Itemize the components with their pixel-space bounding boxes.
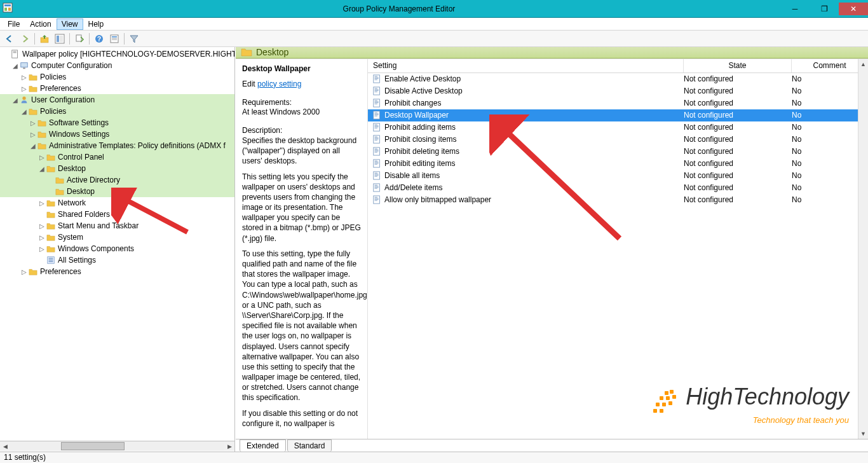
tree-twisty[interactable]: ▷ <box>38 154 46 161</box>
svg-rect-51 <box>375 137 377 137</box>
tree-windows-components[interactable]: ▷Windows Components <box>0 243 234 254</box>
tree-cc-preferences[interactable]: ▷Preferences <box>0 83 234 94</box>
tree-system[interactable]: ▷System <box>0 232 234 243</box>
tree-all-settings[interactable]: All Settings <box>0 254 234 266</box>
svg-rect-62 <box>375 162 379 162</box>
tree-twisty[interactable]: ◢ <box>38 165 46 172</box>
tree-label: System <box>58 233 83 242</box>
setting-row[interactable]: Prohibit closing itemsNot configuredNo <box>368 134 868 146</box>
separator <box>89 33 90 45</box>
tree-pane: Wallpaper policy [HIGHTECHNOLOGY-DEMOSER… <box>0 47 235 452</box>
menu-view[interactable]: View <box>57 18 83 30</box>
tree-twisty[interactable]: ▷ <box>29 120 37 127</box>
tab-standard[interactable]: Standard <box>287 439 332 452</box>
setting-row[interactable]: Disable Active DesktopNot configuredNo <box>368 85 868 97</box>
tree-view-button[interactable] <box>53 32 67 46</box>
back-button[interactable] <box>3 32 17 46</box>
tree-user-config[interactable]: ◢User Configuration <box>0 94 234 106</box>
tree-active-directory[interactable]: Active Directory <box>0 174 234 186</box>
folder-icon <box>28 72 38 82</box>
svg-rect-23 <box>49 259 53 260</box>
up-button[interactable] <box>37 32 51 46</box>
settings-rows: Enable Active DesktopNot configuredNoDis… <box>368 73 868 439</box>
tree-computer-config[interactable]: ◢Computer Configuration <box>0 60 234 71</box>
filter-button[interactable] <box>127 32 141 46</box>
tree-twisty[interactable]: ▷ <box>20 268 28 275</box>
computer-icon <box>19 60 29 71</box>
folder-icon <box>46 244 56 254</box>
tree-twisty[interactable]: ▷ <box>38 200 46 207</box>
scroll-down-button[interactable]: ▼ <box>858 429 868 439</box>
tree-shared-folders[interactable]: Shared Folders <box>0 209 234 220</box>
tree-twisty[interactable]: ▷ <box>38 245 46 252</box>
column-setting[interactable]: Setting <box>368 59 684 73</box>
column-comment[interactable]: Comment <box>792 59 868 73</box>
tree-admin-templates[interactable]: ◢Administrative Templates: Policy defini… <box>0 140 234 151</box>
scroll-up-button[interactable]: ▲ <box>858 59 868 69</box>
folder-icon <box>37 141 47 151</box>
properties-button[interactable] <box>107 32 121 46</box>
tab-extended[interactable]: Extended <box>240 439 286 452</box>
tree-uc-policies[interactable]: ◢Policies <box>0 106 234 117</box>
help-button[interactable]: ? <box>92 32 106 46</box>
tree-twisty[interactable]: ▷ <box>38 234 46 241</box>
setting-row[interactable]: Prohibit deleting itemsNot configuredNo <box>368 146 868 158</box>
forward-button[interactable] <box>18 32 32 46</box>
scroll-right-button[interactable]: ▶ <box>224 441 234 451</box>
setting-title: Desktop Wallpaper <box>242 64 361 73</box>
maximize-button[interactable]: ❐ <box>810 3 839 15</box>
tree-label: Control Panel <box>58 153 104 162</box>
svg-rect-2 <box>4 8 7 11</box>
setting-row[interactable]: Disable all itemsNot configuredNo <box>368 170 868 182</box>
setting-row[interactable]: Allow only bitmapped wallpaperNot config… <box>368 194 868 206</box>
close-button[interactable]: ✕ <box>839 3 868 15</box>
tree-twisty[interactable]: ◢ <box>20 108 28 115</box>
folder-icon <box>46 163 56 174</box>
setting-row[interactable]: Enable Active DesktopNot configuredNo <box>368 73 868 85</box>
tree-desktop-sub[interactable]: Desktop <box>0 186 234 197</box>
scroll-left-button[interactable]: ◀ <box>0 441 10 451</box>
description-pane: Desktop Wallpaper Edit policy setting Re… <box>236 59 368 439</box>
tree-control-panel[interactable]: ▷Control Panel <box>0 151 234 163</box>
tree-label: Desktop <box>67 187 95 196</box>
scroll-thumb[interactable] <box>61 442 125 450</box>
vertical-scrollbar[interactable]: ▲ ▼ <box>858 59 868 439</box>
tree-windows-settings[interactable]: ▷Windows Settings <box>0 128 234 140</box>
tree-twisty[interactable]: ▷ <box>20 85 28 92</box>
menu-action[interactable]: Action <box>25 18 56 30</box>
tree-twisty[interactable]: ▷ <box>29 131 37 138</box>
tree-twisty[interactable]: ◢ <box>11 97 19 104</box>
tree-desktop[interactable]: ◢Desktop <box>0 163 234 174</box>
content-title: Desktop <box>256 47 288 57</box>
tree-twisty[interactable]: ◢ <box>11 62 19 69</box>
menu-help[interactable]: Help <box>83 18 109 30</box>
setting-row[interactable]: Desktop WallpaperNot configuredNo <box>368 109 868 121</box>
setting-row[interactable]: Prohibit changesNot configuredNo <box>368 97 868 109</box>
setting-row[interactable]: Prohibit adding itemsNot configuredNo <box>368 121 868 134</box>
tree-label: Desktop <box>58 164 86 173</box>
tree-twisty[interactable]: ▷ <box>20 74 28 81</box>
svg-rect-47 <box>375 125 379 126</box>
tree-root[interactable]: Wallpaper policy [HIGHTECHNOLOGY-DEMOSER… <box>0 48 234 60</box>
tree-network[interactable]: ▷Network <box>0 197 234 209</box>
svg-rect-48 <box>375 127 379 127</box>
description-p4: If you disable this setting or do not co… <box>242 408 361 429</box>
tree-software-settings[interactable]: ▷Software Settings <box>0 117 234 128</box>
export-button[interactable] <box>72 32 86 46</box>
setting-row[interactable]: Add/Delete itemsNot configuredNo <box>368 182 868 194</box>
minimize-button[interactable]: ─ <box>780 3 810 15</box>
svg-rect-57 <box>375 149 379 150</box>
tree-start-menu[interactable]: ▷Start Menu and Taskbar <box>0 220 234 232</box>
setting-row[interactable]: Prohibit editing itemsNot configuredNo <box>368 158 868 170</box>
tree-horizontal-scrollbar[interactable]: ◀ ▶ <box>0 441 234 451</box>
edit-policy-link[interactable]: policy setting <box>257 79 301 88</box>
tree-twisty[interactable]: ◢ <box>29 142 37 149</box>
tree-twisty[interactable]: ▷ <box>38 223 46 230</box>
tree-label: Windows Components <box>58 244 134 253</box>
menu-file[interactable]: File <box>3 18 25 30</box>
tree-label: Preferences <box>40 267 81 276</box>
column-state[interactable]: State <box>684 59 792 73</box>
tree-uc-preferences[interactable]: ▷Preferences <box>0 266 234 277</box>
requirements-text: At least Windows 2000 <box>242 107 361 116</box>
tree-cc-policies[interactable]: ▷Policies <box>0 71 234 83</box>
